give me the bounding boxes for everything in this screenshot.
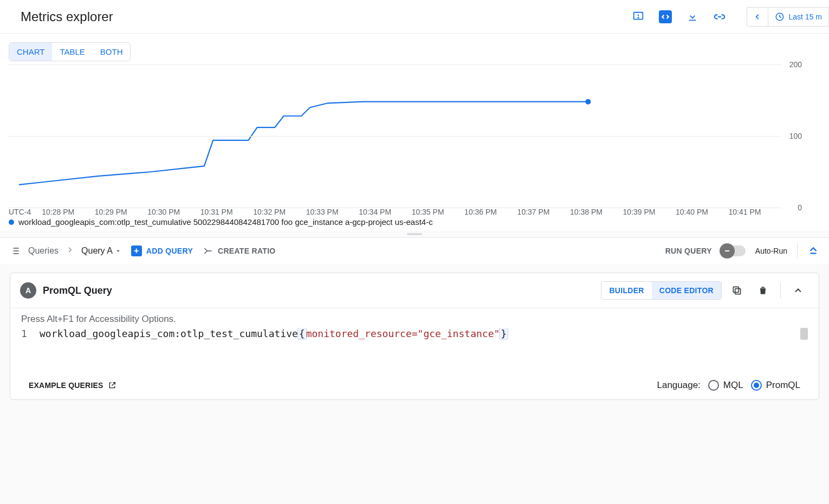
tab-both[interactable]: BOTH [93,43,131,61]
x-tick: 10:37 PM [517,208,570,216]
svg-rect-14 [735,289,741,294]
create-ratio-button[interactable]: CREATE RATIO [203,245,276,256]
builder-button[interactable]: BUILDER [601,282,651,299]
x-tick: 10:28 PM [42,208,94,216]
x-tick: 10:30 PM [147,208,200,216]
x-tick: 10:39 PM [623,208,676,216]
panel-footer: EXAMPLE QUERIES Language: MQL PromQL [10,372,819,399]
time-prev-button[interactable] [747,7,768,27]
x-tick: 10:31 PM [200,208,253,216]
x-axis: UTC-4 10:28 PM10:29 PM10:30 PM10:31 PM10… [9,208,820,216]
feedback-icon[interactable] [632,10,645,23]
tab-chart[interactable]: CHART [9,43,52,61]
x-tick: 10:29 PM [95,208,147,216]
collapse-panel-icon[interactable] [807,244,819,258]
query-bar: Queries Query A + ADD QUERY CREATE RATIO… [0,237,829,264]
chart-canvas: 0100200 [9,64,820,208]
code-editor[interactable]: 1 workload_googleapis_com:otlp_test_cumu… [10,325,819,372]
app-header: Metrics explorer Last 15 m [0,0,829,34]
code-line[interactable]: workload_googleapis_com:otlp_test_cumula… [40,328,800,340]
svg-point-4 [585,99,591,105]
code-editor-button[interactable]: CODE EDITOR [652,282,721,299]
query-panel: A PromQL Query BUILDER CODE EDITOR Press… [10,273,819,400]
toggle-knob [720,243,735,259]
queries-label[interactable]: Queries [28,246,59,256]
lang-promql-radio[interactable]: PromQL [751,380,800,391]
copy-query-button[interactable] [726,280,748,301]
lang-mql-radio[interactable]: MQL [708,380,743,391]
query-bar-right: RUN QUERY Auto-Run [665,243,819,259]
download-icon[interactable] [686,10,699,23]
language-label: Language: [657,380,700,391]
run-query-button[interactable]: RUN QUERY [665,247,712,255]
x-tick: 10:36 PM [464,208,517,216]
collapse-query-button[interactable] [787,280,809,301]
svg-point-2 [638,17,638,18]
plus-icon: + [131,245,142,256]
merge-icon [203,245,213,256]
divider [797,243,798,259]
x-tick: 10:32 PM [253,208,306,216]
x-tick: 10:41 PM [729,208,781,216]
code-view-icon[interactable] [659,10,672,23]
panel-title: PromQL Query [43,285,112,296]
chart-section: CHART TABLE BOTH 0100200 UTC-4 10:28 PM1… [0,34,829,231]
page-title: Metrics explorer [21,9,113,24]
list-icon [10,245,21,256]
delete-query-button[interactable] [752,280,774,301]
example-queries-link[interactable]: EXAMPLE QUERIES [29,381,116,390]
legend-label: workload_googleapis_com:otlp_test_cumula… [18,217,433,227]
external-link-icon [108,381,116,390]
view-tabs: CHART TABLE BOTH [9,42,131,61]
chart-legend[interactable]: workload_googleapis_com:otlp_test_cumula… [9,217,820,227]
editor-minimap[interactable] [800,328,808,340]
language-selector: Language: MQL PromQL [657,380,800,391]
line-number: 1 [21,328,40,340]
auto-run-label: Auto-Run [755,247,787,255]
y-tick: 0 [798,203,802,212]
query-selector[interactable]: Query A [81,246,121,256]
tab-table[interactable]: TABLE [52,43,92,61]
y-tick: 200 [789,60,802,69]
time-range-label: Last 15 m [789,12,822,21]
editor-mode-segment: BUILDER CODE EDITOR [601,281,722,300]
pane-splitter[interactable] [0,231,829,237]
x-tick: 10:40 PM [676,208,728,216]
clock-icon [775,12,785,22]
add-query-button[interactable]: + ADD QUERY [131,245,193,256]
svg-rect-15 [733,287,739,292]
y-tick: 100 [789,132,802,140]
legend-dot [9,219,14,225]
x-tick: 10:33 PM [306,208,359,216]
time-range-button[interactable]: Last 15 m [768,7,829,27]
divider [780,283,781,298]
x-tick: 10:35 PM [412,208,464,216]
panel-header: A PromQL Query BUILDER CODE EDITOR [10,273,819,308]
chevron-right-icon [66,246,74,256]
x-tick: 10:34 PM [359,208,411,216]
accessibility-hint: Press Alt+F1 for Accessibility Options. [10,308,819,325]
breadcrumb: Queries Query A [10,245,121,256]
link-icon[interactable] [713,10,726,23]
auto-run-toggle[interactable] [722,245,746,256]
timezone-label: UTC-4 [9,208,31,216]
caret-down-icon [115,248,121,254]
query-avatar: A [20,282,36,299]
header-actions: Last 15 m [632,7,829,27]
x-tick: 10:38 PM [570,208,623,216]
